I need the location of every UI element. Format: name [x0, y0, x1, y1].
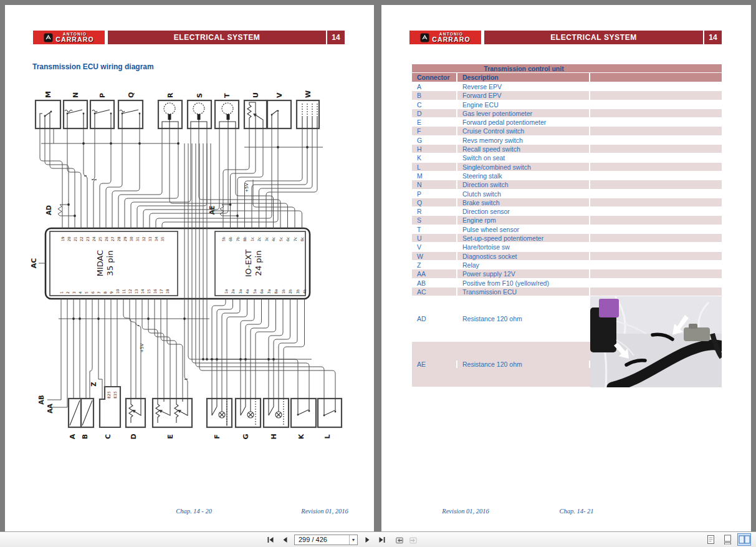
diagram-label: 8b [242, 236, 247, 241]
diagram-label: E25 [107, 391, 111, 399]
diagram-label: 8c [300, 237, 304, 241]
empty-cell [590, 118, 722, 126]
wire [199, 143, 335, 399]
connector-cell: K [412, 153, 457, 162]
diagram-label: 2c [257, 237, 261, 241]
diagram-label: 1b [281, 289, 285, 294]
chapter-number: 14 [704, 31, 722, 44]
page-title: Transmission ECU wiring diagram [32, 62, 154, 71]
diagram-label: 5 [84, 291, 89, 294]
diagram-label: 16 [153, 289, 157, 294]
diagram-label: 14 [140, 289, 145, 294]
single-page-view-button[interactable] [704, 533, 717, 546]
diagram-label: G [242, 433, 250, 439]
wire [217, 299, 233, 399]
connector-cell: F [412, 127, 457, 135]
wire [256, 299, 276, 399]
diagram-label: 9 [109, 291, 113, 294]
diagram-label: AD [45, 205, 52, 215]
next-view-button[interactable] [408, 535, 418, 545]
description-cell: Steering stalk [457, 172, 590, 180]
section-title: ELECTRICAL SYSTEM [108, 31, 326, 44]
diagram-label: N [72, 92, 80, 98]
wire [223, 128, 249, 228]
junction-dot [74, 215, 76, 217]
diagram-label: 2a [231, 289, 235, 294]
diagram-label: 15 [146, 289, 151, 294]
page-indicator[interactable]: 299 / 426 [295, 536, 349, 543]
junction-dot [244, 358, 247, 361]
connector-cell: AC [412, 288, 457, 296]
document-page-left: ANTONIO CARRARO ELECTRICAL SYSTEM 14 Tra… [5, 5, 374, 531]
diagram-label: 24 [92, 236, 96, 241]
description-cell: Recall speed switch [457, 145, 590, 153]
connector-cell: U [412, 234, 457, 242]
description-cell: Brake switch [457, 198, 590, 206]
previous-view-button[interactable] [395, 535, 404, 545]
empty-cell [590, 225, 722, 233]
table-row: C Engine ECU [412, 100, 722, 109]
diagram-label: 8 [103, 291, 107, 294]
empty-cell [590, 269, 722, 278]
diagram-label: R [166, 92, 175, 98]
table-row: H Recall speed switch [412, 145, 722, 153]
table-row: U Set-up-speed potentiometer [412, 234, 722, 243]
diagram-label: 35 pin [105, 251, 115, 276]
table-title-row: Transmission control unit [412, 64, 722, 73]
scrolling-page-view-button[interactable] [720, 533, 734, 546]
description-cell: Diagnostics socket [457, 252, 590, 260]
table-row: G Revs memory switch [412, 136, 722, 145]
last-page-button[interactable] [376, 535, 386, 545]
table-row: T Pulse wheel sensor [412, 225, 722, 234]
diagram-label: Z [90, 382, 97, 386]
diagram-label: Q [127, 92, 135, 98]
next-page-button[interactable] [362, 535, 372, 545]
diagram-label: 29 [123, 236, 127, 241]
empty-cell [590, 153, 722, 162]
diagram-label: W [304, 90, 312, 98]
brand-emblem-icon [44, 33, 53, 42]
diagram-label: H [270, 433, 278, 439]
section-title: ELECTRICAL SYSTEM [484, 31, 703, 44]
footer-chapter: Chap. 14- 21 [539, 508, 614, 515]
description-cell: Transmission ECU [457, 288, 590, 296]
description-cell: Resistance 120 ohm [457, 361, 590, 368]
diagram-label: 1c [250, 237, 254, 241]
diagram-label: 32 [141, 236, 146, 241]
harness-photo [590, 296, 722, 387]
empty-cell [590, 82, 722, 90]
diagram-label: 6 [90, 291, 95, 294]
diagram-label: T [223, 93, 231, 98]
diagram-label: B [81, 434, 89, 439]
junction-dot [229, 203, 232, 206]
previous-page-button[interactable] [280, 535, 290, 545]
wire [251, 299, 269, 399]
junction-dot [277, 146, 279, 148]
diagram-label: V [275, 92, 284, 98]
description-cell: Clutch switch [457, 190, 590, 198]
diagram-label: 26 [104, 236, 108, 241]
page-header: ANTONIO CARRARO ELECTRICAL SYSTEM 14 [409, 31, 722, 44]
page-number-combobox[interactable]: 299 / 426 ▼ [294, 535, 358, 545]
connector-cell: N [412, 180, 457, 188]
two-page-view-button[interactable] [737, 533, 751, 546]
wire [161, 299, 176, 399]
diagram-label: 8a [274, 289, 278, 294]
diagram-label: 4c [271, 237, 275, 241]
diagram-label: C [104, 434, 112, 439]
diagram-label: U [252, 92, 260, 98]
junction-dot [97, 317, 100, 320]
first-page-button[interactable] [266, 535, 275, 545]
connector-cell: Q [412, 198, 457, 206]
table-row: Z Relay [412, 261, 722, 269]
diagram-label: 1 [59, 291, 64, 294]
diagram-label: 11 [122, 289, 126, 294]
footer-revision: Revision 01, 2016 [287, 508, 362, 515]
diagram-label: 7b [236, 236, 240, 241]
chapter-number: 14 [327, 31, 345, 44]
diagram-label: E [166, 434, 175, 439]
connector-cell: Z [412, 261, 457, 269]
chevron-down-icon[interactable]: ▼ [349, 535, 357, 545]
wire [253, 180, 295, 228]
table-title: Transmission control unit [457, 64, 590, 73]
